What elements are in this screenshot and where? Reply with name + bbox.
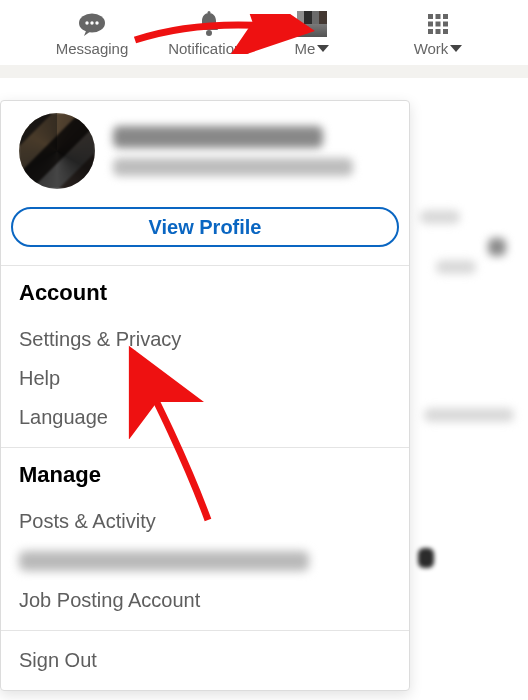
svg-rect-5 [208,11,211,14]
me-avatar-icon [297,10,327,38]
profile-avatar-icon [19,113,95,189]
me-dropdown: View Profile Account Settings & Privacy … [0,100,410,691]
svg-rect-11 [443,22,448,27]
bg-content [436,260,476,274]
bg-content [424,408,514,422]
top-nav: Messaging Notifications Me [0,0,528,65]
svg-point-3 [95,21,98,24]
svg-rect-6 [428,14,433,19]
svg-point-1 [85,21,88,24]
svg-rect-7 [436,14,441,19]
profile-header[interactable] [1,101,409,193]
nav-me[interactable]: Me [282,10,342,57]
menu-sign-out[interactable]: Sign Out [1,630,409,690]
menu-settings-privacy[interactable]: Settings & Privacy [19,320,391,359]
section-heading: Manage [19,462,391,488]
bg-content [420,210,460,224]
nav-work[interactable]: Work [398,10,478,57]
svg-rect-13 [436,29,441,34]
profile-name-redacted [113,126,323,148]
menu-language[interactable]: Language [19,398,391,437]
nav-label: Messaging [56,40,129,57]
svg-rect-10 [436,22,441,27]
svg-rect-8 [443,14,448,19]
nav-messaging[interactable]: Messaging [44,10,140,57]
nav-label: Work [414,40,449,57]
manage-section: Manage Posts & Activity Job Posting Acco… [1,448,409,630]
bg-content [488,238,506,256]
account-section: Account Settings & Privacy Help Language [1,266,409,447]
separator-strip [0,65,528,78]
svg-point-2 [90,21,93,24]
messaging-icon [77,10,107,38]
svg-rect-9 [428,22,433,27]
profile-text [113,126,391,176]
profile-headline-redacted [113,158,353,176]
nav-label: Notifications [168,40,250,57]
menu-posts-activity[interactable]: Posts & Activity [19,502,391,541]
svg-rect-12 [428,29,433,34]
chevron-down-icon [450,45,462,52]
menu-job-posting-account[interactable]: Job Posting Account [19,581,391,620]
bell-icon [197,10,221,38]
bg-content [418,548,434,568]
view-profile-button[interactable]: View Profile [11,207,399,247]
menu-help[interactable]: Help [19,359,391,398]
button-label: View Profile [148,216,261,239]
nav-label: Me [295,40,316,57]
menu-item-redacted[interactable] [19,551,309,571]
nav-notifications[interactable]: Notifications [154,10,264,57]
section-heading: Account [19,280,391,306]
menu-label: Sign Out [19,649,97,671]
svg-point-4 [206,30,212,36]
apps-grid-icon [427,10,449,38]
chevron-down-icon [317,45,329,52]
svg-rect-14 [443,29,448,34]
